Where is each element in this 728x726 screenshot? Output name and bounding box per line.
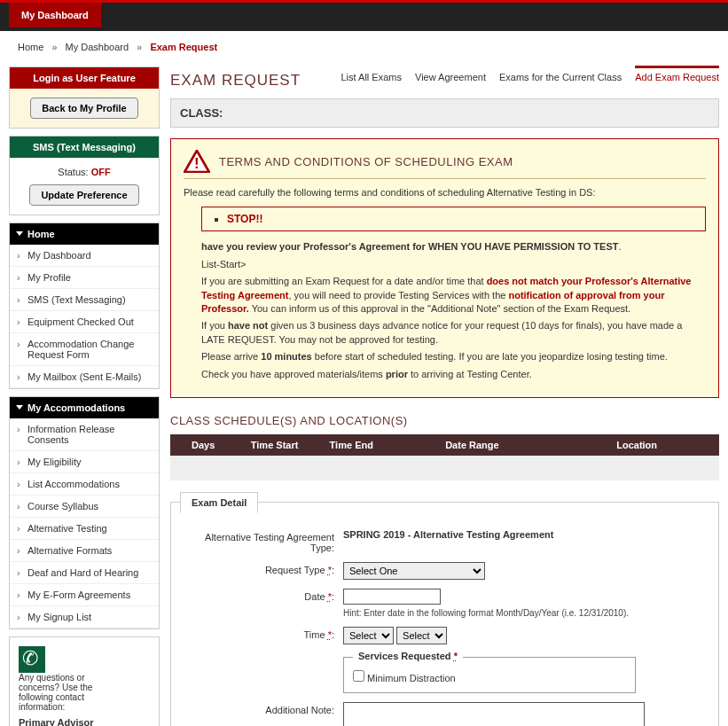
contact-box: Any questions or concerns? Use the follo… xyxy=(9,636,160,726)
tab-current-class[interactable]: Exams for the Current Class xyxy=(499,72,622,88)
breadcrumb-dashboard[interactable]: My Dashboard xyxy=(66,42,129,52)
nav-equipment[interactable]: Equipment Checked Out xyxy=(10,311,159,333)
nav-info-release[interactable]: Information Release Consents xyxy=(10,418,159,451)
top-tab-dashboard[interactable]: My Dashboard xyxy=(9,3,101,27)
nav-mailbox[interactable]: My Mailbox (Sent E-Mails) xyxy=(10,366,159,388)
accom-nav-panel: My Accommodations Information Release Co… xyxy=(9,396,160,629)
bullet-icon xyxy=(215,218,218,222)
class-schedule-title: CLASS SCHEDULE(S) AND LOCATION(S) xyxy=(170,414,719,427)
home-nav-panel: Home My Dashboard My Profile SMS (Text M… xyxy=(9,222,160,389)
p2c: , you will need to provide Testing Servi… xyxy=(288,290,508,301)
col-range: Date Range xyxy=(390,434,555,456)
p3a: If you xyxy=(201,320,228,331)
primary-advisor-link[interactable]: Primary Advisor xyxy=(19,717,150,726)
chevron-icon: » xyxy=(137,42,142,52)
phone-icon xyxy=(19,646,45,673)
nav-signup[interactable]: My Signup List xyxy=(10,606,159,628)
date-label: Date xyxy=(304,591,325,602)
contact-text: Any questions or concerns? Use the follo… xyxy=(19,673,116,712)
p4c: before start of scheduled testing. If yo… xyxy=(312,351,668,362)
p3c: given us 3 business days advance notice … xyxy=(201,320,682,344)
p4a: Please arrive xyxy=(201,351,261,362)
sms-panel: SMS (Text Messaging) Status: OFF Update … xyxy=(9,136,160,215)
terms-intro: Please read carefully the following term… xyxy=(184,186,706,199)
terms-title: TERMS AND CONDITIONS OF SCHEDULING EXAM xyxy=(219,155,513,168)
update-preference-button[interactable]: Update Preference xyxy=(29,184,138,206)
review-a: have you review your Professor's Agreeme… xyxy=(201,241,428,252)
login-feature-panel: Login as User Feature Back to My Profile xyxy=(9,66,160,129)
required-icon: * xyxy=(328,629,332,640)
breadcrumb-current: Exam Request xyxy=(150,42,217,52)
nav-alt-formats[interactable]: Alternative Formats xyxy=(10,540,159,562)
stop-box: STOP!! xyxy=(201,207,706,231)
nav-syllabus[interactable]: Course Syllabus xyxy=(10,496,159,518)
tab-view-agreement[interactable]: View Agreement xyxy=(415,72,486,88)
stop-text: STOP!! xyxy=(227,213,262,225)
nav-eform[interactable]: My E-Form Agreements xyxy=(10,584,159,606)
schedule-table: Days Time Start Time End Date Range Loca… xyxy=(170,434,719,480)
chevron-icon: » xyxy=(51,42,57,52)
min-distraction-label: Minimum Distraction xyxy=(367,673,456,683)
top-bar: My Dashboard xyxy=(0,0,728,31)
date-input[interactable] xyxy=(343,589,441,605)
tab-list-all[interactable]: List All Exams xyxy=(341,72,402,88)
list-start: List-Start> xyxy=(201,258,706,271)
sms-status-label: Status: xyxy=(58,167,88,177)
time-hour-select[interactable]: Select xyxy=(343,627,394,644)
p5c: to arriving at Testing Center. xyxy=(408,369,532,379)
breadcrumb-home[interactable]: Home xyxy=(18,42,43,52)
service-min-distraction[interactable]: Minimum Distraction xyxy=(353,673,456,683)
p5a: Check you have approved materials/items xyxy=(201,369,386,379)
accom-nav-title[interactable]: My Accommodations xyxy=(10,397,159,418)
nav-my-profile[interactable]: My Profile xyxy=(10,267,159,289)
review-b: WHEN YOU HAVE PERMISSION TO TEST xyxy=(428,241,619,252)
p3b: have not xyxy=(228,320,268,331)
sms-status-value: OFF xyxy=(91,167,111,177)
col-days: Days xyxy=(170,434,236,456)
nav-accom-change[interactable]: Accommodation Change Request Form xyxy=(10,333,159,366)
additional-note-label: Additional Note: xyxy=(184,702,343,715)
nav-deaf[interactable]: Deaf and Hard of Hearing xyxy=(10,562,159,584)
time-label: Time xyxy=(304,629,325,640)
login-feature-title: Login as User Feature xyxy=(10,67,159,89)
request-type-select[interactable]: Select One xyxy=(343,562,485,580)
nav-sms[interactable]: SMS (Text Messaging) xyxy=(10,289,159,311)
terms-alert: ! TERMS AND CONDITIONS OF SCHEDULING EXA… xyxy=(170,138,719,398)
home-nav-title[interactable]: Home xyxy=(10,223,159,245)
col-location: Location xyxy=(554,434,719,456)
breadcrumb: Home » My Dashboard » Exam Request xyxy=(0,31,728,58)
svg-text:!: ! xyxy=(194,155,200,172)
request-type-label: Request Type xyxy=(265,565,325,575)
p2e: You can inform us of this approval in th… xyxy=(249,303,630,314)
exam-detail-tab: Exam Detail xyxy=(180,492,258,513)
class-header: CLASS: xyxy=(170,98,719,128)
agr-type-label: Alternative Testing Agreement Type: xyxy=(184,529,343,553)
required-icon: * xyxy=(328,591,332,602)
col-start: Time Start xyxy=(236,434,313,456)
services-requested-box: Services Requested * Minimum Distraction xyxy=(343,657,636,693)
services-title: Services Requested xyxy=(358,651,451,661)
back-to-profile-button[interactable]: Back to My Profile xyxy=(30,98,137,119)
p2a: If you are submitting an Exam Request fo… xyxy=(201,276,487,286)
table-row xyxy=(170,456,719,480)
min-distraction-checkbox[interactable] xyxy=(353,670,364,682)
nav-eligibility[interactable]: My Eligibility xyxy=(10,451,159,473)
col-end: Time End xyxy=(313,434,390,456)
time-min-select[interactable]: Select xyxy=(396,627,447,644)
sms-title: SMS (Text Messaging) xyxy=(10,137,159,158)
additional-note-textarea[interactable] xyxy=(343,702,645,726)
exam-detail-box: Exam Detail Alternative Testing Agreemen… xyxy=(170,502,719,726)
date-hint: Hint: Enter date in the following format… xyxy=(343,608,706,618)
page-tabs: List All Exams View Agreement Exams for … xyxy=(331,72,720,82)
required-icon: * xyxy=(328,565,332,575)
nav-alt-testing[interactable]: Alternative Testing xyxy=(10,518,159,540)
agr-type-value: SPRING 2019 - Alternative Testing Agreem… xyxy=(343,529,553,540)
tab-add-exam[interactable]: Add Exam Request xyxy=(635,66,719,88)
required-icon: * xyxy=(454,651,458,661)
warning-icon: ! xyxy=(184,150,210,173)
nav-my-dashboard[interactable]: My Dashboard xyxy=(10,245,159,267)
p4b: 10 minutes xyxy=(261,351,311,362)
nav-list-accom[interactable]: List Accommodations xyxy=(10,473,159,496)
p5b: prior xyxy=(386,369,408,379)
